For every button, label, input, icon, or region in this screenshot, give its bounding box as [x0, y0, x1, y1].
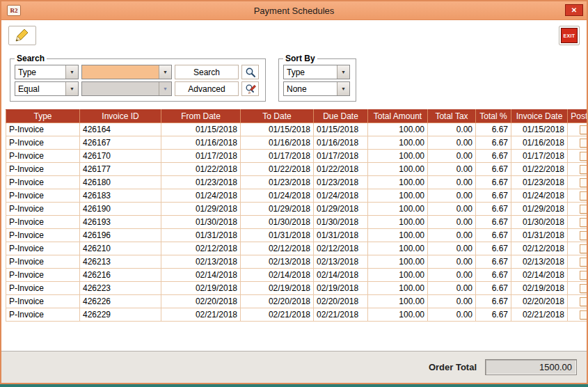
table-row[interactable]: P-Invoice42621302/13/201802/13/201802/13…	[6, 255, 588, 269]
search-operator-select[interactable]: Equal ▼	[15, 81, 79, 96]
cell-total-amount: 100.00	[368, 242, 428, 255]
table-body: P-Invoice42616401/15/201801/15/201801/15…	[6, 123, 588, 322]
cell-total-percent: 6.67	[476, 150, 511, 163]
cell-total-tax: 0.00	[428, 123, 476, 136]
search-field-select[interactable]: Type ▼	[15, 65, 79, 79]
column-header-total-tax[interactable]: Total Tax	[428, 110, 476, 123]
cell-type: P-Invoice	[6, 255, 80, 269]
toolbar: EXIT	[1, 20, 587, 52]
chevron-down-icon[interactable]: ▼	[337, 82, 349, 95]
payment-schedules-window: R2 Payment Schedules ✕ EXIT Search Type …	[0, 0, 588, 384]
posted-checkbox[interactable]	[580, 231, 588, 240]
cell-invoice-id: 426226	[80, 295, 161, 308]
cell-invoice-id: 426210	[80, 242, 161, 255]
search-button[interactable]: Search	[175, 65, 239, 79]
cell-due-date: 02/19/2018	[314, 282, 368, 295]
table-row[interactable]: P-Invoice42621002/12/201802/12/201802/12…	[6, 242, 588, 255]
posted-checkbox[interactable]	[580, 152, 588, 161]
exit-button[interactable]: EXIT	[559, 26, 580, 45]
table-row[interactable]: P-Invoice42616701/16/201801/16/201801/16…	[6, 136, 588, 150]
cell-to-date: 01/24/2018	[241, 189, 314, 203]
posted-checkbox[interactable]	[580, 178, 588, 187]
cell-invoice-date: 01/23/2018	[511, 176, 568, 189]
table-row[interactable]: P-Invoice42618301/24/201801/24/201801/24…	[6, 189, 588, 203]
cell-total-amount: 100.00	[368, 308, 428, 322]
column-header-invoice-id[interactable]: Invoice ID	[80, 110, 161, 123]
cell-due-date: 01/16/2018	[314, 136, 368, 150]
table-row[interactable]: P-Invoice42622602/20/201802/20/201802/20…	[6, 295, 588, 308]
cell-total-amount: 100.00	[368, 163, 428, 176]
posted-checkbox[interactable]	[580, 284, 588, 293]
order-total-value: 1500.00	[539, 362, 572, 372]
posted-checkbox[interactable]	[580, 191, 588, 200]
cell-total-amount: 100.00	[368, 282, 428, 295]
table-header-row: TypeInvoice IDFrom DateTo DateDue DateTo…	[6, 110, 588, 123]
column-header-total-amount[interactable]: Total Amount	[368, 110, 428, 123]
close-button[interactable]: ✕	[565, 4, 583, 16]
table-row[interactable]: P-Invoice42622902/21/201802/21/201802/21…	[6, 308, 588, 322]
column-header-type[interactable]: Type	[6, 110, 80, 123]
sort-primary-select[interactable]: Type ▼	[283, 65, 350, 79]
cell-total-amount: 100.00	[368, 203, 428, 216]
column-header-posted[interactable]: Posted	[568, 110, 588, 123]
cell-total-amount: 100.00	[368, 216, 428, 229]
table-row[interactable]: P-Invoice42617001/17/201801/17/201801/17…	[6, 150, 588, 163]
advanced-button[interactable]: Advanced	[175, 81, 239, 96]
cell-invoice-date: 01/16/2018	[511, 136, 568, 150]
posted-checkbox[interactable]	[580, 218, 588, 227]
edit-button[interactable]	[8, 26, 36, 45]
table-row[interactable]: P-Invoice42619001/29/201801/29/201801/29…	[6, 203, 588, 216]
posted-checkbox[interactable]	[580, 205, 588, 214]
posted-checkbox[interactable]	[580, 271, 588, 280]
column-header-to-date[interactable]: To Date	[241, 110, 314, 123]
search-value-input[interactable]: ▼	[81, 65, 172, 79]
table-row[interactable]: P-Invoice42622302/19/201802/19/201802/19…	[6, 282, 588, 295]
search-group: Search Type ▼ ▼ Search	[10, 54, 266, 102]
chevron-down-icon[interactable]: ▼	[65, 65, 78, 79]
advanced-find-button[interactable]	[241, 81, 259, 96]
column-header-total-percent[interactable]: Total %	[476, 110, 511, 123]
search-group-label: Search	[15, 54, 47, 63]
cell-type: P-Invoice	[6, 295, 80, 308]
column-header-due-date[interactable]: Due Date	[314, 110, 368, 123]
titlebar[interactable]: R2 Payment Schedules ✕	[1, 1, 587, 20]
column-header-from-date[interactable]: From Date	[161, 110, 241, 123]
cell-posted	[568, 189, 588, 203]
cell-invoice-id: 426183	[80, 189, 161, 203]
chevron-down-icon[interactable]: ▼	[337, 65, 349, 79]
table-row[interactable]: P-Invoice42619301/30/201801/30/201801/30…	[6, 216, 588, 229]
cell-total-tax: 0.00	[428, 203, 476, 216]
cell-total-amount: 100.00	[368, 255, 428, 269]
cell-total-amount: 100.00	[368, 176, 428, 189]
chevron-down-icon[interactable]: ▼	[159, 65, 171, 79]
posted-checkbox[interactable]	[580, 125, 588, 134]
cell-total-tax: 0.00	[428, 176, 476, 189]
posted-checkbox[interactable]	[580, 297, 588, 306]
find-button[interactable]	[241, 65, 259, 79]
cell-due-date: 02/12/2018	[314, 242, 368, 255]
cell-invoice-id: 426177	[80, 163, 161, 176]
cell-posted	[568, 216, 588, 229]
cell-total-percent: 6.67	[476, 295, 511, 308]
cell-posted	[568, 295, 588, 308]
cell-invoice-id: 426170	[80, 150, 161, 163]
cell-type: P-Invoice	[6, 189, 80, 203]
posted-checkbox[interactable]	[580, 258, 588, 267]
table-row[interactable]: P-Invoice42618001/23/201801/23/201801/23…	[6, 176, 588, 189]
posted-checkbox[interactable]	[580, 165, 588, 174]
chevron-down-icon[interactable]: ▼	[65, 82, 78, 95]
posted-checkbox[interactable]	[580, 244, 588, 253]
sort-secondary-select[interactable]: None ▼	[283, 81, 350, 96]
table-row[interactable]: P-Invoice42616401/15/201801/15/201801/15…	[6, 123, 588, 136]
posted-checkbox[interactable]	[580, 139, 588, 148]
cell-invoice-date: 02/13/2018	[511, 255, 568, 269]
cell-total-percent: 6.67	[476, 229, 511, 242]
table-row[interactable]: P-Invoice42617701/22/201801/22/201801/22…	[6, 163, 588, 176]
table-row[interactable]: P-Invoice42619601/31/201801/31/201801/31…	[6, 229, 588, 242]
cell-total-percent: 6.67	[476, 189, 511, 203]
column-header-invoice-date[interactable]: Invoice Date	[511, 110, 568, 123]
cell-total-percent: 6.67	[476, 282, 511, 295]
posted-checkbox[interactable]	[580, 310, 588, 319]
table-row[interactable]: P-Invoice42621602/14/201802/14/201802/14…	[6, 269, 588, 282]
cell-type: P-Invoice	[6, 136, 80, 150]
